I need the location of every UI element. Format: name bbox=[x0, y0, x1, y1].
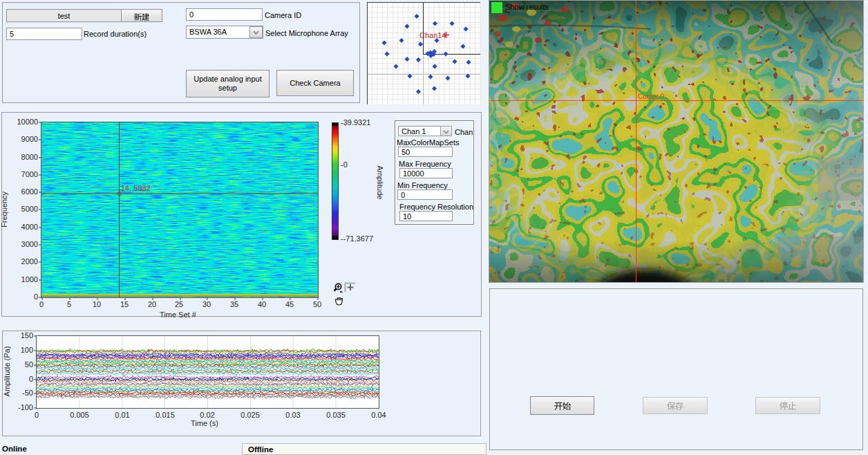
svg-text:Show results: Show results bbox=[505, 3, 549, 11]
svg-text:Cursor 0: Cursor 0 bbox=[638, 93, 665, 100]
svg-text:Chan14: Chan14 bbox=[419, 31, 446, 39]
